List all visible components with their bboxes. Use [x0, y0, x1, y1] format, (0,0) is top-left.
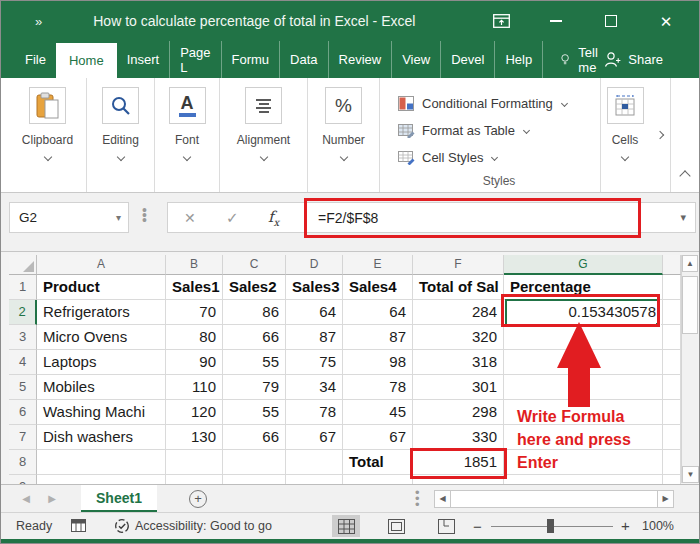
- cell-A8[interactable]: [37, 450, 166, 475]
- cell-A4[interactable]: Laptops: [37, 350, 166, 375]
- insert-function-icon[interactable]: fx: [268, 208, 279, 228]
- close-button[interactable]: ✕: [653, 10, 679, 32]
- cell-B5[interactable]: 110: [166, 375, 223, 400]
- cell-E4[interactable]: 98: [343, 350, 413, 375]
- tab-insert[interactable]: Insert: [117, 41, 171, 78]
- cell-A2[interactable]: Refrigerators: [37, 300, 166, 325]
- scroll-up-icon[interactable]: ▲: [682, 255, 698, 272]
- row-header-9[interactable]: 9: [9, 475, 37, 484]
- col-header-F[interactable]: F: [413, 255, 504, 275]
- cell-F4[interactable]: 318: [413, 350, 504, 375]
- vertical-scrollbar[interactable]: ▲ ▼: [681, 255, 698, 483]
- cell-E2[interactable]: 64: [343, 300, 413, 325]
- cell-F7[interactable]: 330: [413, 425, 504, 450]
- row-header-5[interactable]: 5: [9, 375, 37, 400]
- cell-A7[interactable]: Dish washers: [37, 425, 166, 450]
- cell-E1[interactable]: Sales4: [343, 275, 413, 300]
- cell-C9[interactable]: [223, 475, 286, 484]
- row-header-7[interactable]: 7: [9, 425, 37, 450]
- page-break-preview-button[interactable]: [432, 515, 460, 537]
- sheet-tab-sheet1[interactable]: Sheet1: [81, 485, 157, 512]
- row-header-3[interactable]: 3: [9, 325, 37, 350]
- cell-D5[interactable]: 34: [286, 375, 343, 400]
- tab-home[interactable]: Home: [56, 43, 117, 78]
- zoom-in-button[interactable]: +: [621, 517, 630, 534]
- horizontal-scrollbar-thumb[interactable]: [451, 490, 657, 508]
- tab-page-l[interactable]: Page L: [170, 41, 221, 78]
- scroll-down-icon[interactable]: ▼: [682, 466, 699, 483]
- col-header-D[interactable]: D: [286, 255, 343, 275]
- cell-E3[interactable]: 87: [343, 325, 413, 350]
- cell-B8[interactable]: [166, 450, 223, 475]
- tell-me-button[interactable]: Tell me: [561, 41, 604, 78]
- clipboard-group-button[interactable]: Clipboard: [9, 78, 87, 192]
- row-header-8[interactable]: 8: [9, 450, 37, 475]
- cell-E7[interactable]: 67: [343, 425, 413, 450]
- font-group-button[interactable]: A Font: [155, 78, 220, 192]
- cell-C7[interactable]: 66: [223, 425, 286, 450]
- cell-B1[interactable]: Sales1: [166, 275, 223, 300]
- col-header-G[interactable]: G: [504, 255, 663, 275]
- tab-review[interactable]: Review: [329, 41, 393, 78]
- cell-A6[interactable]: Washing Machi: [37, 400, 166, 425]
- cell-C4[interactable]: 55: [223, 350, 286, 375]
- accessibility-status[interactable]: Accessibility: Good to go: [114, 518, 272, 534]
- conditional-formatting-button[interactable]: Conditional Formatting: [398, 90, 567, 117]
- col-header-C[interactable]: C: [223, 255, 286, 275]
- col-header-E[interactable]: E: [343, 255, 413, 275]
- number-group-button[interactable]: % Number: [308, 78, 380, 192]
- cell-E8[interactable]: Total: [343, 450, 413, 475]
- tab-data[interactable]: Data: [280, 41, 328, 78]
- col-header-A[interactable]: A: [37, 255, 166, 275]
- name-box[interactable]: G2 ▾: [9, 202, 129, 233]
- expand-formula-bar-icon[interactable]: ▾: [680, 211, 686, 224]
- tab-view[interactable]: View: [392, 41, 441, 78]
- cell-C5[interactable]: 79: [223, 375, 286, 400]
- cancel-icon[interactable]: ✕: [184, 210, 196, 226]
- cell-E6[interactable]: 45: [343, 400, 413, 425]
- scroll-right-icon[interactable]: ▶: [657, 490, 674, 508]
- vertical-scrollbar-thumb[interactable]: [682, 276, 698, 334]
- editing-group-button[interactable]: Editing: [87, 78, 155, 192]
- macro-record-icon[interactable]: [71, 519, 86, 535]
- cell-B7[interactable]: 130: [166, 425, 223, 450]
- cell-D6[interactable]: 78: [286, 400, 343, 425]
- cell-F5[interactable]: 301: [413, 375, 504, 400]
- cell-A5[interactable]: Mobiles: [37, 375, 166, 400]
- cell-E9[interactable]: [343, 475, 413, 484]
- cells-group-button[interactable]: Cells: [601, 78, 649, 192]
- new-sheet-button[interactable]: +: [189, 490, 207, 508]
- cell-B2[interactable]: 70: [166, 300, 223, 325]
- cell-D2[interactable]: 64: [286, 300, 343, 325]
- cell-D8[interactable]: [286, 450, 343, 475]
- cell-D9[interactable]: [286, 475, 343, 484]
- sheet-nav-left-icon[interactable]: ◀: [13, 493, 39, 504]
- cell-F6[interactable]: 298: [413, 400, 504, 425]
- share-button[interactable]: Share: [604, 41, 663, 78]
- tab-formu[interactable]: Formu: [222, 41, 281, 78]
- cell-D1[interactable]: Sales3: [286, 275, 343, 300]
- cells-expand-button[interactable]: [649, 78, 671, 192]
- cell-A3[interactable]: Micro Ovens: [37, 325, 166, 350]
- cell-B6[interactable]: 120: [166, 400, 223, 425]
- format-as-table-button[interactable]: Format as Table: [398, 117, 529, 144]
- cell-B4[interactable]: 90: [166, 350, 223, 375]
- horizontal-scrollbar[interactable]: ◀ ▶: [434, 490, 674, 508]
- normal-view-button[interactable]: [332, 515, 360, 537]
- tab-devel[interactable]: Devel: [441, 41, 495, 78]
- cell-B9[interactable]: [166, 475, 223, 484]
- cell-G9[interactable]: [504, 475, 663, 484]
- tab-file[interactable]: File: [15, 41, 56, 78]
- zoom-level-label[interactable]: 100%: [642, 519, 674, 533]
- col-header-B[interactable]: B: [166, 255, 223, 275]
- cell-A1[interactable]: Product: [37, 275, 166, 300]
- cell-F3[interactable]: 320: [413, 325, 504, 350]
- zoom-slider-thumb[interactable]: [547, 519, 554, 533]
- enter-icon[interactable]: ✓: [226, 209, 239, 227]
- page-layout-view-button[interactable]: [382, 515, 410, 537]
- cell-C6[interactable]: 55: [223, 400, 286, 425]
- row-header-1[interactable]: 1: [9, 275, 37, 300]
- cell-C2[interactable]: 86: [223, 300, 286, 325]
- zoom-out-button[interactable]: −: [473, 518, 482, 535]
- quick-access-overflow-icon[interactable]: »: [35, 14, 41, 29]
